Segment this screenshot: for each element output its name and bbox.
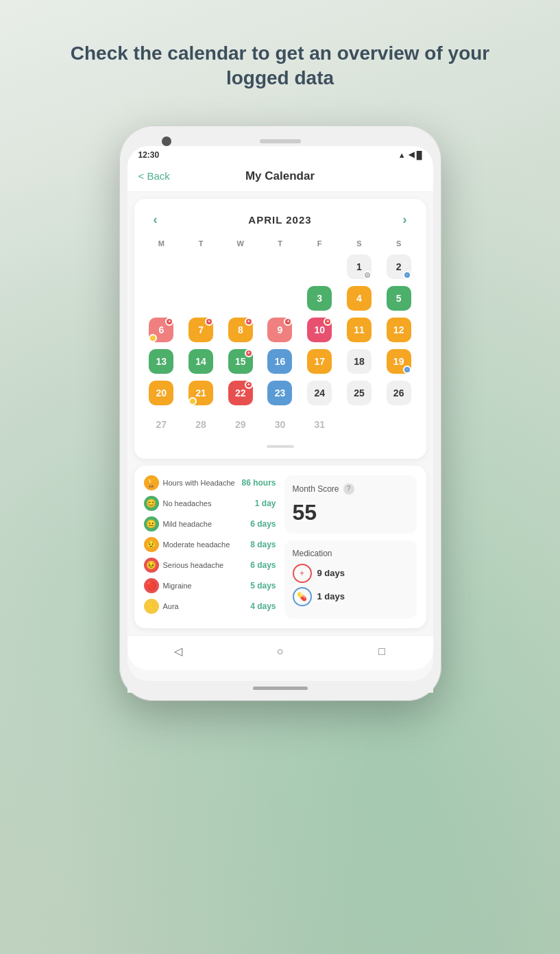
- bottom-nav: ◁ ○ □: [127, 635, 433, 670]
- day-empty-8: [221, 283, 260, 313]
- medication-days-1: 9 days: [317, 568, 345, 578]
- day-7[interactable]: 7 +: [182, 315, 220, 345]
- stat-moderate-headache: 😟 Moderate headache 8 days: [144, 537, 276, 552]
- red-badge-6: +: [165, 318, 173, 326]
- status-time: 12:30: [138, 150, 160, 160]
- wifi-icon: ▲: [398, 151, 406, 159]
- calendar-section: ‹ APRIL 2023 › M T W T F S S: [134, 199, 426, 459]
- aura-value: 4 days: [250, 601, 276, 611]
- day-29[interactable]: 29: [221, 409, 260, 440]
- day-20[interactable]: 20: [143, 378, 181, 408]
- medication-title: Medication: [293, 549, 409, 558]
- day-23[interactable]: 23: [261, 378, 300, 408]
- day-10[interactable]: 10 +: [300, 315, 339, 345]
- stat-aura: ⚡ Aura 4 days: [144, 599, 276, 614]
- blue-badge-19: ·: [403, 366, 411, 374]
- serious-headache-value: 6 days: [250, 560, 276, 570]
- stat-hours-headache: 🏆 Hours with Headache 86 hours: [144, 475, 276, 490]
- back-nav-icon[interactable]: ◁: [171, 644, 186, 659]
- serious-headache-icon: 😣: [144, 558, 159, 573]
- moderate-headache-label: Moderate headache: [163, 540, 247, 549]
- moderate-headache-value: 8 days: [250, 540, 276, 549]
- day-empty-9: [261, 283, 300, 313]
- prev-month-button[interactable]: ‹: [148, 210, 163, 230]
- calendar-grid: M T W T F S S: [143, 237, 418, 440]
- stats-section: 🏆 Hours with Headache 86 hours 😊 No head…: [134, 466, 426, 628]
- day-empty-3: [221, 252, 260, 282]
- signal-icon: ◀: [409, 150, 414, 159]
- no-headache-value: 1 day: [255, 499, 276, 508]
- medication-section: Medication + 9 days 💊 1 days: [284, 540, 417, 619]
- day-empty-2: [182, 252, 220, 282]
- mild-headache-icon: 😐: [144, 516, 159, 532]
- day-1[interactable]: 1 ⊙: [340, 252, 378, 282]
- scroll-divider: [143, 441, 418, 451]
- day-4[interactable]: 4: [340, 283, 378, 313]
- day-9[interactable]: 9 +: [261, 315, 300, 345]
- red-badge-9: +: [284, 318, 292, 326]
- next-month-button[interactable]: ›: [397, 210, 412, 230]
- calendar-header-row: M T W T F S S: [143, 237, 418, 250]
- day-17[interactable]: 17: [300, 346, 339, 377]
- serious-headache-label: Serious headache: [163, 561, 247, 569]
- no-headache-label: No headaches: [163, 499, 251, 508]
- day-28[interactable]: 28: [182, 409, 220, 440]
- calendar-week-1: 1 ⊙ 2 ·: [143, 252, 418, 282]
- day-31[interactable]: 31: [300, 409, 339, 440]
- day-24[interactable]: 24: [300, 378, 339, 408]
- day-empty-4: [261, 252, 300, 282]
- day-25[interactable]: 25: [340, 378, 378, 408]
- migraine-value: 5 days: [250, 581, 276, 591]
- calendar-week-3: 6 + ⚡ 7 +: [143, 315, 418, 345]
- recent-nav-icon[interactable]: □: [374, 644, 389, 659]
- calendar-nav: ‹ APRIL 2023 ›: [143, 207, 418, 237]
- clock-badge-1: ⊙: [363, 271, 372, 279]
- day-21[interactable]: 21 ⚡: [182, 378, 220, 408]
- day-2[interactable]: 2 ·: [380, 252, 418, 282]
- calendar-week-4: 13 14 15 + 16: [143, 346, 418, 377]
- red-badge-22: +: [245, 381, 253, 389]
- medication-icon-1: +: [293, 564, 312, 583]
- blue-badge-2: ·: [403, 271, 411, 279]
- no-headache-icon: 😊: [144, 496, 159, 511]
- phone-screen: 12:30 ▲ ◀ █ < Back My Calendar ‹ APRIL 2…: [127, 146, 433, 681]
- score-help-icon[interactable]: ?: [343, 484, 354, 494]
- day-6[interactable]: 6 + ⚡: [143, 315, 181, 345]
- day-16[interactable]: 16: [261, 346, 300, 377]
- hours-headache-label: Hours with Headache: [163, 479, 238, 487]
- medication-row-2: 💊 1 days: [293, 587, 409, 606]
- weekday-sun: S: [380, 237, 418, 250]
- day-13[interactable]: 13: [143, 346, 181, 377]
- red-badge-8: +: [245, 318, 253, 326]
- day-26[interactable]: 26: [380, 378, 418, 408]
- phone-device: 12:30 ▲ ◀ █ < Back My Calendar ‹ APRIL 2…: [119, 126, 441, 701]
- medication-icon-2: 💊: [293, 587, 312, 606]
- aura-icon: ⚡: [144, 599, 159, 614]
- day-11[interactable]: 11: [340, 315, 378, 345]
- weekday-fri: F: [300, 237, 339, 250]
- day-5[interactable]: 5: [380, 283, 418, 313]
- day-15[interactable]: 15 +: [221, 346, 260, 377]
- yellow-badge-21: ⚡: [188, 397, 197, 405]
- month-score-card: Month Score ? 55: [284, 475, 417, 534]
- stat-no-headache: 😊 No headaches 1 day: [144, 496, 276, 511]
- day-8[interactable]: 8 +: [221, 315, 260, 345]
- day-3[interactable]: 3: [300, 283, 339, 313]
- day-27[interactable]: 27: [143, 409, 181, 440]
- phone-top-bezel: [127, 134, 433, 146]
- day-14[interactable]: 14: [182, 346, 220, 377]
- day-22[interactable]: 22 +: [221, 378, 260, 408]
- day-empty-10: [340, 409, 378, 440]
- mild-headache-value: 6 days: [250, 519, 276, 529]
- day-18[interactable]: 18: [340, 346, 378, 377]
- day-19[interactable]: 19 ·: [380, 346, 418, 377]
- scroll-indicator: [267, 445, 294, 448]
- score-header: Month Score ?: [293, 484, 409, 494]
- day-30[interactable]: 30: [261, 409, 300, 440]
- day-12[interactable]: 12: [380, 315, 418, 345]
- month-label: APRIL 2023: [248, 214, 311, 226]
- back-button[interactable]: < Back: [138, 170, 170, 182]
- status-icons: ▲ ◀ █: [398, 150, 422, 159]
- home-nav-icon[interactable]: ○: [272, 644, 287, 659]
- mild-headache-label: Mild headache: [163, 520, 247, 528]
